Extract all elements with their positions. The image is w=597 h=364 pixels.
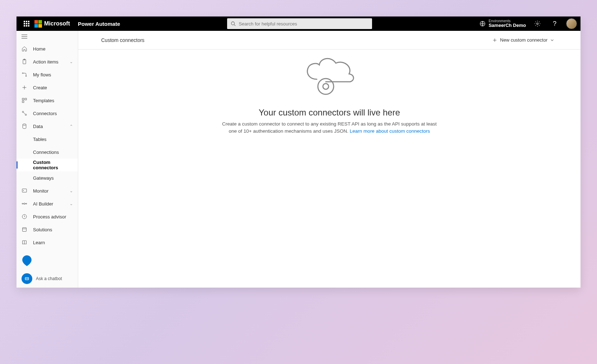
process-icon bbox=[22, 214, 27, 219]
new-custom-connector-button[interactable]: New custom connector bbox=[489, 35, 558, 45]
ai-icon bbox=[22, 201, 27, 207]
sidebar-item-templates[interactable]: Templates bbox=[17, 94, 78, 107]
sidebar-item-tables[interactable]: Tables bbox=[17, 133, 78, 146]
search-icon bbox=[231, 21, 236, 26]
help-button[interactable]: ? bbox=[549, 18, 560, 29]
search-box[interactable] bbox=[227, 18, 372, 29]
svg-point-21 bbox=[23, 190, 24, 191]
learn-more-link[interactable]: Learn more about custom connectors bbox=[350, 128, 430, 134]
search-wrap bbox=[120, 18, 479, 29]
hamburger-icon bbox=[22, 34, 27, 39]
svg-rect-28 bbox=[23, 228, 27, 232]
sidebar-item-label: My flows bbox=[33, 72, 51, 77]
sidebar-item-process-advisor[interactable]: Process advisor bbox=[17, 210, 78, 223]
svg-rect-13 bbox=[22, 98, 24, 100]
svg-point-33 bbox=[27, 278, 28, 279]
svg-rect-15 bbox=[22, 101, 24, 103]
connectors-icon bbox=[22, 110, 27, 116]
sidebar-item-label: Solutions bbox=[33, 227, 52, 232]
main-content: Custom connectors New custom connector Y… bbox=[78, 31, 580, 288]
location-pin-icon[interactable] bbox=[22, 255, 32, 266]
user-avatar[interactable] bbox=[566, 18, 577, 29]
sidebar-item-custom-connectors[interactable]: Custom connectors bbox=[17, 159, 78, 171]
sidebar-item-gateways[interactable]: Gateways bbox=[17, 171, 78, 184]
sidebar-item-action-items[interactable]: Action items ⌄ bbox=[17, 55, 78, 68]
command-bar: Custom connectors New custom connector bbox=[78, 31, 580, 49]
sidebar-item-label: Custom connectors bbox=[33, 160, 73, 170]
sidebar-item-data[interactable]: Data ⌃ bbox=[17, 120, 78, 133]
flow-icon bbox=[22, 72, 27, 77]
svg-point-9 bbox=[22, 73, 23, 74]
svg-line-1 bbox=[234, 25, 236, 26]
environment-icon bbox=[479, 20, 486, 27]
sidebar-item-label: Tables bbox=[33, 137, 47, 142]
sidebar-item-label: Action items bbox=[33, 59, 58, 65]
top-bar: Microsoft Power Automate Environments Sa… bbox=[17, 16, 580, 31]
svg-point-24 bbox=[26, 203, 27, 204]
home-icon bbox=[22, 46, 27, 52]
environment-name: SameerCh Demo bbox=[489, 23, 526, 28]
svg-point-22 bbox=[24, 203, 25, 204]
sidebar-item-solutions[interactable]: Solutions bbox=[17, 223, 78, 236]
sidebar-item-label: Data bbox=[33, 124, 43, 129]
empty-state: Your custom connectors will live here Cr… bbox=[78, 49, 580, 288]
brand-text: Microsoft bbox=[44, 20, 70, 27]
microsoft-logo-icon bbox=[34, 20, 42, 28]
chevron-down-icon: ⌄ bbox=[70, 189, 73, 193]
database-icon bbox=[22, 123, 27, 129]
chatbot-button[interactable]: Ask a chatbot bbox=[17, 270, 78, 288]
sidebar-item-label: Connectors bbox=[33, 111, 57, 116]
chevron-up-icon: ⌃ bbox=[70, 124, 73, 129]
chevron-down-icon: ⌄ bbox=[70, 202, 73, 206]
svg-point-23 bbox=[22, 203, 23, 204]
plus-icon bbox=[492, 38, 497, 43]
svg-rect-20 bbox=[22, 189, 27, 192]
sidebar-item-label: Process advisor bbox=[33, 214, 66, 219]
sidebar-item-label: Gateways bbox=[33, 175, 54, 181]
sidebar-item-label: Home bbox=[33, 46, 46, 52]
environment-switcher[interactable]: Environments SameerCh Demo bbox=[479, 19, 526, 28]
sidebar-item-connectors[interactable]: Connectors bbox=[17, 107, 78, 120]
body: Home Action items ⌄ My flows Create bbox=[17, 31, 580, 288]
waffle-icon bbox=[24, 21, 29, 27]
empty-state-description: Create a custom connector to connect to … bbox=[218, 120, 441, 135]
sidebar-item-home[interactable]: Home bbox=[17, 42, 78, 55]
sidebar-item-label: Learn bbox=[33, 240, 45, 245]
top-right-controls: Environments SameerCh Demo ? bbox=[479, 18, 577, 29]
sidebar-item-learn[interactable]: Learn bbox=[17, 236, 78, 249]
app-launcher-button[interactable] bbox=[20, 17, 33, 30]
chevron-down-icon bbox=[550, 38, 554, 42]
sidebar-item-label: AI Builder bbox=[33, 201, 53, 207]
svg-point-19 bbox=[23, 124, 26, 125]
chevron-down-icon: ⌄ bbox=[70, 60, 73, 64]
sidebar-item-label: Connections bbox=[33, 150, 59, 155]
app-window: Microsoft Power Automate Environments Sa… bbox=[17, 16, 580, 288]
sidebar: Home Action items ⌄ My flows Create bbox=[17, 31, 78, 288]
gear-icon bbox=[534, 20, 541, 27]
empty-state-title: Your custom connectors will live here bbox=[259, 108, 400, 118]
svg-point-36 bbox=[318, 79, 334, 94]
sidebar-item-create[interactable]: Create bbox=[17, 81, 78, 94]
app-name: Power Automate bbox=[78, 21, 120, 27]
sidebar-item-connections[interactable]: Connections bbox=[17, 146, 78, 159]
cloud-connector-icon bbox=[301, 52, 358, 99]
chatbot-label: Ask a chatbot bbox=[36, 276, 62, 281]
nav-list: Home Action items ⌄ My flows Create bbox=[17, 42, 78, 270]
svg-point-0 bbox=[231, 22, 235, 25]
sidebar-item-my-flows[interactable]: My flows bbox=[17, 68, 78, 81]
help-icon: ? bbox=[553, 20, 556, 28]
page-title: Custom connectors bbox=[101, 37, 145, 43]
monitor-icon bbox=[22, 188, 27, 194]
sidebar-item-monitor[interactable]: Monitor ⌄ bbox=[17, 184, 78, 197]
svg-point-3 bbox=[537, 23, 539, 25]
microsoft-logo: Microsoft bbox=[34, 20, 70, 28]
sidebar-item-ai-builder[interactable]: AI Builder ⌄ bbox=[17, 197, 78, 210]
settings-button[interactable] bbox=[532, 18, 543, 29]
solutions-icon bbox=[22, 227, 27, 232]
sidebar-collapse-button[interactable] bbox=[17, 31, 78, 42]
sidebar-item-label: Create bbox=[33, 85, 47, 90]
svg-point-37 bbox=[323, 84, 329, 89]
svg-rect-14 bbox=[25, 98, 27, 100]
new-button-label: New custom connector bbox=[500, 37, 547, 43]
search-input[interactable] bbox=[239, 21, 368, 27]
